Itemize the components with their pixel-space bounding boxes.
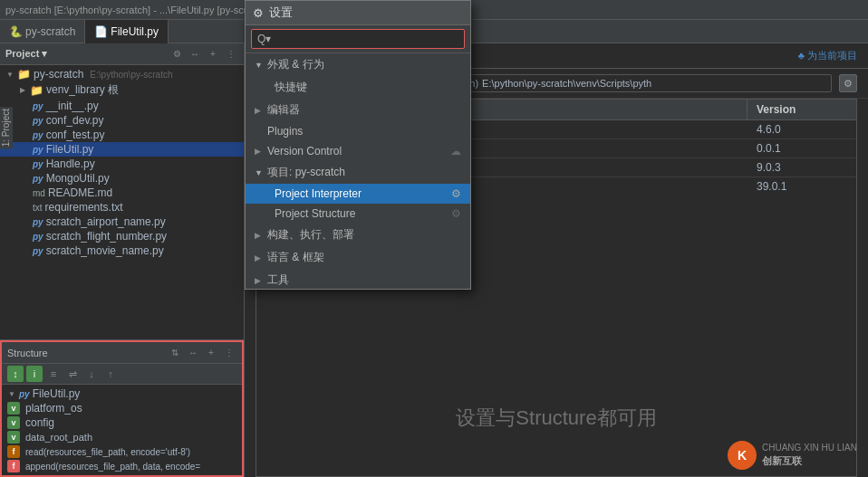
- panel-header-icons: ⚙ ↔ + ⋮: [169, 47, 238, 62]
- settings-item-label: 快捷键: [262, 80, 307, 95]
- expand-icon[interactable]: ↔: [188, 47, 202, 62]
- list-item[interactable]: v data_root_path: [2, 430, 242, 444]
- down-btn[interactable]: ↓: [83, 366, 100, 382]
- settings-item-structure[interactable]: Project Structure ⚙: [246, 204, 470, 224]
- arrow-icon: ▶: [18, 86, 27, 95]
- project-panel-title: Project ▾: [5, 48, 47, 60]
- tree-item-label: py-scratch: [34, 68, 83, 81]
- list-item[interactable]: txt requirements.txt: [0, 200, 244, 215]
- structure-content: ▼ py FileUtil.py v platform_os v config …: [2, 385, 242, 475]
- expand-icon[interactable]: ↔: [186, 346, 200, 360]
- sort-icon[interactable]: ⇅: [168, 346, 182, 360]
- list-item[interactable]: py scratch_airport_name.py: [0, 215, 244, 229]
- switch-btn[interactable]: ⇌: [64, 366, 81, 382]
- settings-item-label: 构建、执行、部署: [267, 227, 354, 243]
- settings-item-shortcuts[interactable]: 快捷键: [246, 76, 470, 99]
- list-item[interactable]: ▶ 📁 venv_library 根: [0, 81, 244, 99]
- gear-icon: ⚙: [253, 6, 264, 20]
- list-item[interactable]: py FileUtil.py: [0, 142, 244, 157]
- list-btn[interactable]: ≡: [45, 366, 62, 382]
- settings-item-interpreter[interactable]: Project Interpreter ⚙: [246, 184, 470, 204]
- tree-item-label: scratch_movie_name.py: [46, 244, 164, 257]
- list-item[interactable]: f append(resources_file_path, data, enco…: [2, 459, 242, 473]
- settings-item-vcs[interactable]: ▶ Version Control ☁: [246, 141, 470, 161]
- project-vertical-label[interactable]: 1: Project: [0, 107, 13, 148]
- settings-search-input[interactable]: [251, 29, 465, 49]
- settings-item-tools[interactable]: ▶ 工具: [246, 269, 470, 289]
- list-item[interactable]: md README.md: [0, 186, 244, 200]
- logo-text: CHUANG XIN HU LIAN 创新互联: [762, 442, 857, 468]
- gear-icon[interactable]: ⚙: [169, 47, 184, 62]
- list-item[interactable]: v config: [2, 415, 242, 430]
- add-icon[interactable]: +: [206, 47, 220, 62]
- tree-item-label: README.md: [48, 186, 112, 199]
- settings-item-lang[interactable]: ▶ 语言 & 框架: [246, 246, 470, 269]
- add-icon[interactable]: +: [204, 346, 218, 360]
- list-item[interactable]: ▼ py FileUtil.py: [2, 386, 242, 401]
- list-item[interactable]: f read(resources_file_path, encode='utf-…: [2, 444, 242, 459]
- settings-item-plugins[interactable]: Plugins: [246, 121, 470, 141]
- version-col-header: Version: [747, 100, 856, 119]
- tree-item-label: scratch_flight_number.py: [46, 230, 167, 243]
- tree-item-label: conf_dev.py: [46, 114, 104, 127]
- settings-item-build[interactable]: ▶ 构建、执行、部署: [246, 224, 470, 246]
- settings-menu: ▼ 外观 & 行为 快捷键 ▶ 编辑器 Plugins ▶ Version Co…: [246, 53, 470, 289]
- structure-toolbar: ↕ i ≡ ⇌ ↓ ↑: [2, 364, 242, 385]
- list-item[interactable]: py conf_dev.py: [0, 113, 244, 128]
- window-title: py-scratch [E:\python\py-scratch] - ...\…: [5, 5, 268, 15]
- set-as-default-link[interactable]: ♣ 为当前项目: [798, 49, 857, 62]
- left-sidebar: Project ▾ ⚙ ↔ + ⋮ ▼ 📁 py-scratch E:\pyth…: [0, 43, 245, 477]
- md-icon: md: [33, 188, 45, 198]
- project-tab[interactable]: 🐍 py-scratch: [0, 20, 85, 43]
- settings-item-label: 外观 & 行为: [267, 57, 324, 72]
- tree-item-label: requirements.txt: [45, 201, 123, 214]
- settings-item-label: 语言 & 框架: [267, 250, 324, 265]
- list-item[interactable]: py Handle.py: [0, 157, 244, 171]
- interpreter-path: E:\python\py-scratch\venv\Scripts\pyth: [482, 78, 651, 89]
- sort-btn[interactable]: ↕: [7, 366, 24, 382]
- settings-item-label: Version Control: [267, 145, 342, 157]
- vcs-icon: ☁: [450, 145, 461, 157]
- settings-title-bar: ⚙ 设置: [246, 1, 470, 25]
- list-item[interactable]: v platform_os: [2, 401, 242, 415]
- more-icon[interactable]: ⋮: [222, 346, 236, 360]
- expand-arrow-icon: ▶: [255, 231, 264, 240]
- tree-item-label: conf_test.py: [46, 129, 105, 141]
- up-btn[interactable]: ↑: [102, 366, 119, 382]
- tree-item-label: Handle.py: [46, 157, 95, 170]
- folder-icon: 📁: [30, 84, 43, 97]
- other-icon: f: [7, 460, 20, 472]
- py-icon: py: [33, 101, 43, 111]
- py-icon: py: [19, 389, 30, 399]
- list-item[interactable]: py MongoUtil.py: [0, 171, 244, 186]
- list-item[interactable]: py scratch_movie_name.py: [0, 243, 244, 258]
- py-icon: py: [33, 130, 43, 140]
- logo-line2: 创新互联: [762, 454, 857, 468]
- settings-item-editor[interactable]: ▶ 编辑器: [246, 99, 470, 121]
- info-btn[interactable]: i: [26, 366, 43, 382]
- struct-item-label: platform_os: [25, 402, 82, 415]
- tree-item-label: MongoUtil.py: [46, 172, 110, 185]
- interpreter-settings-btn[interactable]: ⚙: [839, 74, 857, 92]
- more-icon[interactable]: ⋮: [224, 47, 238, 62]
- tree-item-label: __init__.py: [46, 100, 99, 112]
- struct-item-label: read(resources_file_path, encode='utf-8'…: [25, 447, 190, 457]
- tree-root[interactable]: ▼ 📁 py-scratch E:\python\py-scratch: [0, 67, 244, 81]
- file-tab[interactable]: 📄 FileUtil.py: [85, 20, 169, 43]
- project-panel: Project ▾ ⚙ ↔ + ⋮ ▼ 📁 py-scratch E:\pyth…: [0, 43, 244, 340]
- txt-icon: txt: [33, 203, 43, 213]
- settings-item-appearance[interactable]: ▼ 外观 & 行为: [246, 53, 470, 76]
- structure-header-icons: ⇅ ↔ + ⋮: [168, 346, 236, 360]
- list-item[interactable]: py scratch_flight_number.py: [0, 229, 244, 243]
- list-item[interactable]: py __init__.py: [0, 99, 244, 113]
- settings-title: 设置: [269, 5, 293, 21]
- file-icon: 📄: [94, 25, 107, 38]
- py-icon: py: [33, 116, 43, 126]
- logo-circle: K: [728, 441, 757, 470]
- expand-arrow-icon: ▼: [255, 61, 264, 70]
- settings-item-project[interactable]: ▼ 项目: py-scratch: [246, 161, 470, 184]
- settings-item-label: Plugins: [255, 125, 303, 138]
- expand-arrow-icon: ▶: [255, 253, 264, 262]
- list-item[interactable]: py conf_test.py: [0, 128, 244, 142]
- struct-item-label: config: [25, 416, 54, 429]
